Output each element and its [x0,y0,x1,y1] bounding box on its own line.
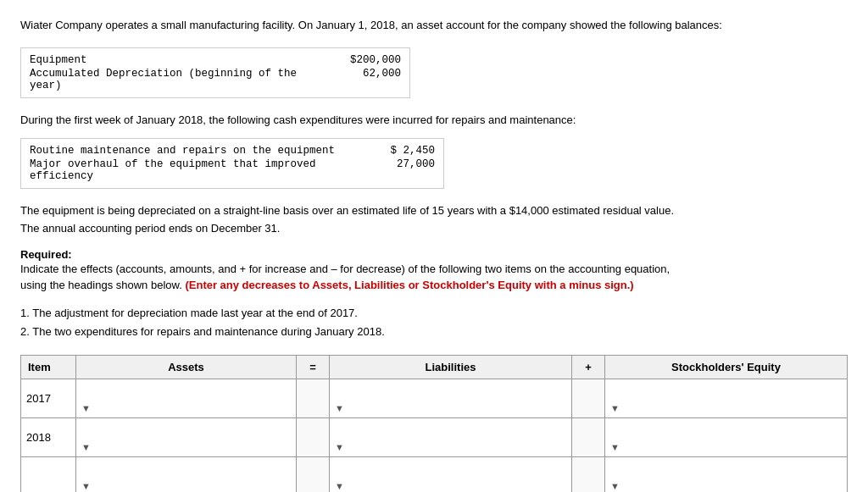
row-empty-assets-arrow: ▼ [81,481,91,491]
balance-row-accum-dep: Accumulated Depreciation (beginning of t… [30,67,401,92]
row-empty-liabilities-arrow: ▼ [335,481,344,491]
accum-dep-value: 62,000 [333,68,401,91]
overhaul-value: 27,000 [367,158,435,182]
row-empty-equity-arrow: ▼ [610,481,620,491]
accounting-equation-table: Item Assets = Liabilities + Stockholders… [20,355,848,492]
row-2017-assets[interactable]: ▼ [76,379,297,417]
list-item-1: 1. The adjustment for depreciation made … [20,304,848,323]
row-2017-equity-input[interactable] [610,383,842,401]
row-2018-assets-arrow: ▼ [81,442,91,452]
row-2017-liabilities-arrow: ▼ [335,403,344,413]
header-plus: + [572,355,605,379]
routine-value: $ 2,450 [367,145,435,157]
row-2018-liabilities[interactable]: ▼ [330,417,572,456]
header-equity: Stockholders' Equity [605,355,848,379]
header-equals: = [297,355,330,379]
row-2017-equity[interactable]: ▼ [605,379,848,417]
row-2017-plus [572,379,605,417]
row-2018-liabilities-arrow: ▼ [335,442,344,452]
accum-dep-label: Accumulated Depreciation (beginning of t… [30,68,333,91]
row-empty-equals [297,456,330,492]
equipment-value: $200,000 [333,54,401,66]
overhaul-label: Major overhaul of the equipment that imp… [30,158,367,182]
row-2018-liabilities-input[interactable] [335,422,566,440]
row-empty-assets[interactable]: ▼ [76,456,297,492]
row-empty-liabilities-input[interactable] [335,461,566,479]
cash-section-text: During the first week of January 2018, t… [20,112,848,129]
equipment-label: Equipment [30,54,333,66]
desc-line2: The annual accounting period ends on Dec… [20,222,280,235]
table-row-empty: ▼ ▼ ▼ [21,456,848,492]
intro-paragraph: Wiater Company operates a small manufact… [20,17,848,34]
required-body-text: Indicate the effects (accounts, amounts,… [20,263,670,275]
row-empty-assets-input[interactable] [81,461,291,479]
row-2018-assets[interactable]: ▼ [76,417,297,456]
row-2018-equity[interactable]: ▼ [605,417,848,456]
balance-row-equipment: Equipment $200,000 [30,53,401,67]
header-liabilities: Liabilities [330,355,572,379]
required-body-text2: using the headings shown below. [20,279,182,291]
required-body: Indicate the effects (accounts, amounts,… [20,261,848,294]
row-2018-plus [572,417,605,456]
row-2017-item: 2017 [21,379,76,417]
row-2017-liabilities-input[interactable] [335,383,566,401]
required-highlight: (Enter any decreases to Assets, Liabilit… [185,279,633,291]
required-section: Required: Indicate the effects (accounts… [20,248,848,294]
required-title: Required: [20,248,72,261]
row-empty-item [21,456,76,492]
row-2017-assets-arrow: ▼ [81,403,91,413]
row-2018-item: 2018 [21,417,76,456]
expense-row-overhaul: Major overhaul of the equipment that imp… [30,158,435,183]
row-2017-equity-arrow: ▼ [610,403,620,413]
row-2018-equity-input[interactable] [610,422,842,440]
row-2017-liabilities[interactable]: ▼ [330,379,572,417]
table-row-2017: 2017 ▼ ▼ ▼ [21,379,848,417]
row-2017-equals [297,379,330,417]
expense-table: Routine maintenance and repairs on the e… [20,138,444,189]
row-empty-plus [572,456,605,492]
list-item-2: 2. The two expenditures for repairs and … [20,323,848,341]
desc-line1: The equipment is being depreciated on a … [20,204,674,217]
description-text: The equipment is being depreciated on a … [20,202,848,238]
header-item: Item [21,355,76,379]
row-empty-equity[interactable]: ▼ [605,456,848,492]
row-empty-liabilities[interactable]: ▼ [330,456,572,492]
row-2018-equity-arrow: ▼ [610,442,620,452]
header-assets: Assets [76,355,297,379]
balance-table: Equipment $200,000 Accumulated Depreciat… [20,47,410,98]
row-empty-equity-input[interactable] [610,461,842,479]
routine-label: Routine maintenance and repairs on the e… [30,145,367,157]
row-2018-assets-input[interactable] [81,422,291,440]
items-list: 1. The adjustment for depreciation made … [20,304,848,341]
table-row-2018: 2018 ▼ ▼ ▼ [21,417,848,456]
expense-row-routine: Routine maintenance and repairs on the e… [30,144,435,158]
row-2017-assets-input[interactable] [81,383,291,401]
row-2018-equals [297,417,330,456]
